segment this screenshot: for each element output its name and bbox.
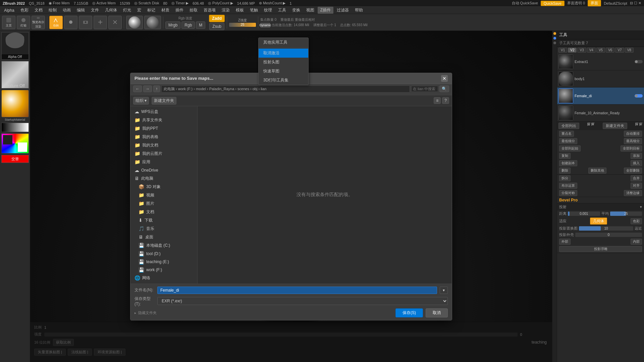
align-btn[interactable]: 对齐 <box>631 183 642 189</box>
proj-blur-slider[interactable]: 25 <box>610 212 642 216</box>
view-list-btn[interactable]: ≡ <box>434 97 441 104</box>
sphere-material-btn[interactable] <box>126 16 143 29</box>
menu-edit[interactable]: 编辑 <box>74 7 88 14</box>
copy-btn[interactable]: 复制 <box>559 153 571 159</box>
organize-btn[interactable]: 组织 ▾ <box>133 97 149 105</box>
nav-pictures[interactable]: 📁 图片 <box>130 199 197 208</box>
submenu-3dprint[interactable]: 3D打印工具集 <box>259 76 308 85</box>
new-folder-btn[interactable]: 新建文件夹 <box>152 97 176 105</box>
female-di-toggle[interactable] <box>635 94 643 98</box>
extract1-toggle[interactable] <box>635 60 643 63</box>
nav-drive-d[interactable]: 💾 tool (D:) <box>130 250 197 258</box>
dialog-close-btn[interactable]: ✕ <box>441 75 448 82</box>
new-folder-list-btn[interactable]: 新建文件夹 <box>603 123 627 129</box>
tab-preview[interactable]: 预览布尔渲染 <box>32 16 45 29</box>
max-subdiv-btn[interactable]: 最高细分 <box>624 138 642 144</box>
nav-videos[interactable]: 📁 视频 <box>130 191 197 199</box>
scale-btn[interactable] <box>108 16 122 29</box>
auto-arrange-btn[interactable]: 自动重排 <box>624 131 642 137</box>
list-all-btn[interactable]: 全部列出 <box>558 123 579 129</box>
v5-tab[interactable]: V5 <box>596 48 605 53</box>
nav-mypics[interactable]: 📁 我的云图片 <box>130 149 197 158</box>
tool-item-female10[interactable]: Female_10_Animation_Ready <box>557 105 644 122</box>
add-btn[interactable]: 添加 <box>631 153 642 159</box>
split-mirror-btn[interactable]: 分裂对称 <box>559 190 577 196</box>
nav-forward-btn[interactable]: → <box>143 85 152 92</box>
menu-stroke[interactable]: 笔触 <box>247 7 261 14</box>
menu-zplugin[interactable]: Z插件 <box>318 7 333 14</box>
menu-transform[interactable]: 变换 <box>289 7 303 14</box>
edit-btn[interactable]: Edit <box>49 16 63 29</box>
projection-hdr[interactable]: 投射 ▾ <box>557 203 644 210</box>
tab-main[interactable]: 主页 <box>2 16 15 29</box>
cancel-btn[interactable]: 取消 <box>426 308 448 317</box>
filename-dropdown-btn[interactable]: ▾ <box>440 287 448 294</box>
list-left-btn[interactable]: ◂ <box>635 123 639 126</box>
menu-file[interactable]: 文件 <box>88 7 102 14</box>
nav-mytable[interactable]: 📁 我的表格 <box>130 133 197 141</box>
split-btn[interactable]: 拆分 <box>559 175 571 181</box>
nav-drive-f[interactable]: 💾 work (F:) <box>130 266 197 274</box>
mrgb-btn[interactable]: Mrgb <box>165 21 180 29</box>
proj-shadow-slider[interactable]: 0 <box>575 233 642 237</box>
reset-start-btn[interactable]: 全部到起始 <box>559 145 581 152</box>
v3-tab[interactable]: V3 <box>577 48 586 53</box>
gradient-bar[interactable] <box>1 123 29 132</box>
nav-wps-cloud[interactable]: ☁ WPS云盘 <box>130 108 197 116</box>
proj-all-btn[interactable]: 投影浮雕 <box>559 246 642 252</box>
merge-btn[interactable]: 合并 <box>631 175 642 181</box>
submenu-quicksketch[interactable]: 快速草图 <box>259 67 308 76</box>
search-input[interactable] <box>411 86 438 92</box>
nav-music[interactable]: 🎵 音乐 <box>130 225 197 233</box>
menu-geometry[interactable]: 几何体 <box>102 7 120 14</box>
list-down-btn[interactable]: ▼ <box>591 123 595 126</box>
hide-folder-toggle[interactable]: ▸ 隐藏文件夹 <box>135 310 157 315</box>
v8-tab[interactable]: V8 <box>625 48 634 53</box>
tool-item-extract1[interactable]: Extract1 <box>557 53 644 70</box>
menu-draw[interactable]: 绘制 <box>46 7 59 14</box>
menu-stencil[interactable]: 模板 <box>233 7 247 14</box>
delete-btn[interactable]: 删除 <box>559 168 571 174</box>
material-thumbnail[interactable] <box>1 90 29 117</box>
draw-btn[interactable] <box>64 16 77 29</box>
proj-subdiv-slider[interactable]: 10 <box>579 226 633 231</box>
reset-end-btn[interactable]: 全部到目标 <box>621 145 642 152</box>
sphere-btn2[interactable] <box>144 16 161 29</box>
submenu-other-tools[interactable]: 其他实用工具 <box>259 38 308 47</box>
alpha-thumbnail[interactable]: Alpha Off <box>1 32 29 60</box>
menu-filter[interactable]: 过滤器 <box>334 7 352 14</box>
tool-item-body1[interactable]: body1 <box>557 70 644 87</box>
menu-view[interactable]: 视图 <box>304 7 317 14</box>
nav-downloads[interactable]: ⬇ 下载 <box>130 216 197 225</box>
move-btn[interactable] <box>94 16 107 29</box>
menu-plugin[interactable]: 插件 <box>173 7 186 14</box>
menu-marker[interactable]: 标记 <box>145 7 158 14</box>
nav-apps[interactable]: 📁 应用 <box>130 158 197 166</box>
nav-3dobjects[interactable]: 📦 3D 对象 <box>130 183 197 191</box>
nav-myppt[interactable]: 📁 我的PPT <box>130 124 197 133</box>
m-btn[interactable]: M <box>196 21 205 29</box>
menu-texture[interactable]: 纹理 <box>261 7 275 14</box>
switch-btn[interactable]: 交替 <box>1 155 29 163</box>
delete-all-btn[interactable]: 全部删除 <box>624 168 642 174</box>
menu-animation[interactable]: 动画 <box>60 7 73 14</box>
v1-tab[interactable]: V1 <box>558 48 567 53</box>
menu-light[interactable]: 灯光 <box>120 7 134 14</box>
rename-btn[interactable]: 重点名 <box>559 131 574 137</box>
nav-drive-c[interactable]: 💾 本地磁盘 (C:) <box>130 241 197 250</box>
nav-drive-e[interactable]: 💾 teaching (E:) <box>130 258 197 266</box>
texture-thumbnail[interactable]: Texture Off <box>1 61 29 88</box>
geometry-btn[interactable]: 几何体 <box>590 218 607 225</box>
filetype-select[interactable]: EXR (*.exr) <box>157 297 448 305</box>
zadd-btn[interactable]: Zadd <box>209 15 225 22</box>
color-btn[interactable]: 色彩 <box>631 218 642 224</box>
min-subdiv-btn[interactable]: 最低细分 <box>559 138 577 144</box>
nav-network[interactable]: 🌐 网络 <box>130 274 197 282</box>
boolops-btn[interactable]: 布尔运算 <box>559 183 577 189</box>
z-intensity-slider[interactable]: 25 <box>229 23 256 27</box>
insert-btn[interactable]: 插入 <box>631 160 642 166</box>
menu-alpha[interactable]: Alpha <box>1 7 17 13</box>
filename-input[interactable] <box>157 287 437 294</box>
outer-btn[interactable]: 外部 <box>559 239 571 245</box>
camera-btn[interactable] <box>79 16 92 29</box>
